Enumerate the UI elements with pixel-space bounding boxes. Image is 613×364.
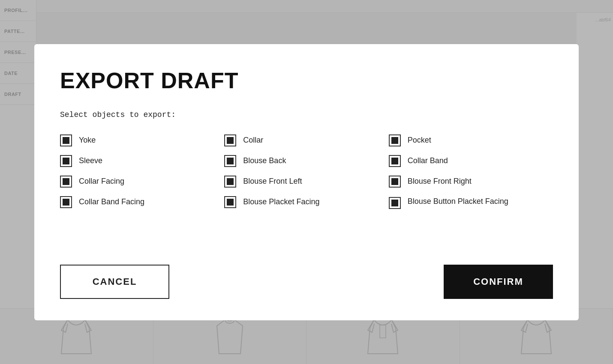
checkbox-yoke: Yoke (60, 131, 224, 150)
checkbox-collar-facing-label: Collar Facing (79, 177, 124, 186)
checkbox-col-2: Collar Blouse Back Blouse Front Left (224, 131, 388, 212)
checkbox-blouse-front-left-box[interactable] (224, 176, 236, 188)
checkbox-collar-band: Collar Band (389, 152, 553, 170)
checkbox-pocket: Pocket (389, 131, 553, 150)
checkbox-collar-facing-box[interactable] (60, 176, 72, 188)
checkbox-collar-band-label: Collar Band (408, 156, 448, 165)
checkbox-col-1: Yoke Sleeve Collar Facing (60, 131, 224, 212)
checkbox-blouse-back-label: Blouse Back (243, 156, 286, 165)
checkbox-collar-band-facing-check (63, 199, 69, 206)
checkbox-collar-facing: Collar Facing (60, 172, 224, 191)
checkbox-collar-box[interactable] (224, 134, 236, 146)
checkbox-blouse-placket-facing-check (227, 199, 234, 206)
checkbox-blouse-button-placket-facing-box[interactable] (389, 197, 401, 209)
checkbox-blouse-front-right-box[interactable] (389, 176, 401, 188)
checkbox-blouse-placket-facing: Blouse Placket Facing (224, 193, 388, 212)
checkbox-collar-band-check (391, 158, 398, 164)
checkbox-collar-band-box[interactable] (389, 155, 401, 167)
checkbox-collar: Collar (224, 131, 388, 150)
checkbox-sleeve-label: Sleeve (79, 156, 102, 165)
checkbox-blouse-back-box[interactable] (224, 155, 236, 167)
checkbox-yoke-label: Yoke (79, 136, 96, 145)
modal-title: EXPORT DRAFT (60, 68, 553, 93)
checkbox-collar-band-facing-label: Collar Band Facing (79, 197, 144, 206)
checkbox-blouse-front-left-label: Blouse Front Left (243, 177, 302, 186)
checkbox-sleeve-box[interactable] (60, 155, 72, 167)
modal-subtitle: Select objects to export: (60, 110, 553, 119)
confirm-button[interactable]: CONFIRM (444, 265, 553, 299)
checkbox-pocket-check (391, 137, 398, 144)
cancel-button[interactable]: CANCEL (60, 265, 169, 299)
checkbox-pocket-box[interactable] (389, 134, 401, 146)
checkbox-yoke-check (63, 137, 69, 144)
modal-overlay: EXPORT DRAFT Select objects to export: Y… (0, 0, 613, 364)
checkbox-blouse-back: Blouse Back (224, 152, 388, 170)
checkbox-blouse-placket-facing-label: Blouse Placket Facing (243, 197, 319, 206)
checkbox-collar-check (227, 137, 234, 144)
checkbox-blouse-button-placket-facing-check (391, 200, 398, 206)
checkbox-blouse-button-placket-facing: Blouse Button Placket Facing (389, 193, 553, 212)
checkbox-yoke-box[interactable] (60, 134, 72, 146)
checkbox-sleeve-check (63, 158, 69, 164)
checkbox-blouse-front-left: Blouse Front Left (224, 172, 388, 191)
checkbox-collar-band-facing: Collar Band Facing (60, 193, 224, 212)
export-draft-modal: EXPORT DRAFT Select objects to export: Y… (34, 44, 579, 320)
checkbox-blouse-button-placket-facing-label: Blouse Button Placket Facing (408, 196, 508, 207)
checkbox-blouse-placket-facing-box[interactable] (224, 196, 236, 208)
checkbox-blouse-front-right: Blouse Front Right (389, 172, 553, 191)
checkbox-col-3: Pocket Collar Band Blouse Front Right (389, 131, 553, 212)
modal-buttons: CANCEL CONFIRM (60, 265, 553, 299)
checkbox-collar-label: Collar (243, 136, 263, 145)
checkbox-blouse-front-right-check (391, 178, 398, 185)
checkbox-blouse-back-check (227, 158, 234, 164)
checkbox-blouse-front-right-label: Blouse Front Right (408, 177, 472, 186)
checkbox-pocket-label: Pocket (408, 136, 431, 145)
checkbox-sleeve: Sleeve (60, 152, 224, 170)
checkbox-grid: Yoke Sleeve Collar Facing (60, 131, 553, 212)
checkbox-blouse-front-left-check (227, 178, 234, 185)
checkbox-collar-facing-check (63, 178, 69, 185)
checkbox-collar-band-facing-box[interactable] (60, 196, 72, 208)
